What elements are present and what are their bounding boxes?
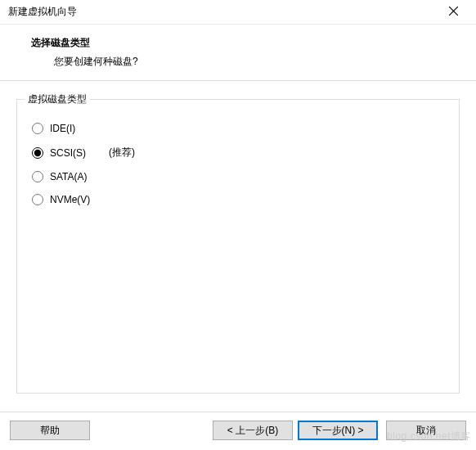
radio-label: NVMe(V) <box>50 194 90 205</box>
radio-input-ide[interactable] <box>32 123 43 134</box>
radio-input-scsi[interactable] <box>32 147 43 159</box>
fieldset-legend: 虚拟磁盘类型 <box>25 92 90 106</box>
wizard-content: 虚拟磁盘类型 IDE(I) SCSI(S) (推荐) SATA(A) NVMe(… <box>0 81 476 412</box>
page-title: 选择磁盘类型 <box>31 36 476 50</box>
radio-label: SCSI(S) <box>50 147 86 159</box>
radio-label: IDE(I) <box>50 123 75 134</box>
radio-option-sata[interactable]: SATA(A) <box>32 171 444 182</box>
close-button[interactable] <box>437 0 469 24</box>
titlebar: 新建虚拟机向导 <box>0 0 476 25</box>
radio-label: SATA(A) <box>50 171 88 182</box>
disk-type-fieldset: 虚拟磁盘类型 IDE(I) SCSI(S) (推荐) SATA(A) NVMe(… <box>16 99 460 394</box>
radio-option-ide[interactable]: IDE(I) <box>32 123 444 134</box>
help-button[interactable]: 帮助 <box>10 421 90 440</box>
wizard-header: 选择磁盘类型 您要创建何种磁盘? <box>0 25 476 81</box>
cancel-button[interactable]: 取消 <box>386 421 466 440</box>
close-icon <box>449 7 458 18</box>
nav-button-group: < 上一步(B) 下一步(N) > <box>213 421 378 440</box>
radio-input-sata[interactable] <box>32 171 43 182</box>
radio-input-nvme[interactable] <box>32 194 43 205</box>
window-title: 新建虚拟机向导 <box>8 5 437 19</box>
radio-option-nvme[interactable]: NVMe(V) <box>32 194 444 205</box>
next-button[interactable]: 下一步(N) > <box>298 421 378 440</box>
radio-recommended: (推荐) <box>109 146 135 160</box>
wizard-footer: 帮助 < 上一步(B) 下一步(N) > 取消 <box>0 412 476 450</box>
back-button[interactable]: < 上一步(B) <box>213 421 293 440</box>
radio-option-scsi[interactable]: SCSI(S) (推荐) <box>32 146 444 160</box>
page-subtitle: 您要创建何种磁盘? <box>31 50 476 69</box>
wizard-window: 新建虚拟机向导 选择磁盘类型 您要创建何种磁盘? 虚拟磁盘类型 IDE(I) <box>0 0 476 450</box>
